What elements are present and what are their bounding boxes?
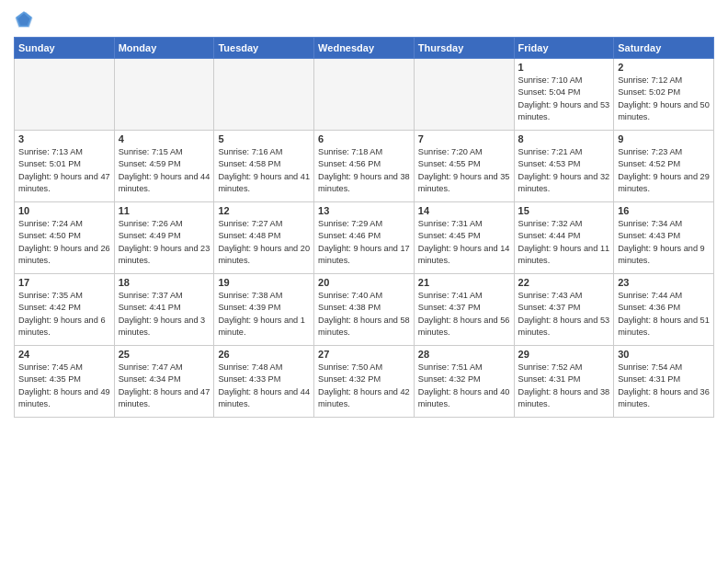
day-info-line: Sunset: 4:45 PM — [418, 231, 481, 240]
day-number: 23 — [618, 277, 710, 288]
day-number: 14 — [418, 205, 510, 216]
day-info-line: Daylight: 8 hours and 58 minutes. — [318, 316, 410, 337]
day-info: Sunrise: 7:10 AMSunset: 5:04 PMDaylight:… — [518, 75, 610, 123]
calendar-cell: 3Sunrise: 7:13 AMSunset: 5:01 PMDaylight… — [15, 131, 115, 202]
day-info-line: Sunrise: 7:51 AM — [418, 362, 483, 372]
day-info-line: Sunset: 4:49 PM — [119, 231, 181, 240]
day-info-line: Daylight: 9 hours and 35 minutes. — [418, 172, 510, 193]
day-info-line: Sunrise: 7:13 AM — [18, 147, 83, 156]
day-info: Sunrise: 7:13 AMSunset: 5:01 PMDaylight:… — [18, 146, 110, 195]
calendar-week-2: 3Sunrise: 7:13 AMSunset: 5:01 PMDaylight… — [15, 131, 714, 202]
calendar-cell: 30Sunrise: 7:54 AMSunset: 4:31 PMDayligh… — [614, 346, 714, 418]
day-number: 9 — [618, 133, 710, 144]
day-info-line: Daylight: 8 hours and 38 minutes. — [518, 387, 610, 408]
day-info-line: Daylight: 9 hours and 26 minutes. — [18, 244, 110, 265]
calendar-cell: 4Sunrise: 7:15 AMSunset: 4:59 PMDaylight… — [114, 131, 214, 202]
day-info-line: Daylight: 8 hours and 36 minutes. — [618, 387, 710, 408]
day-info-line: Sunrise: 7:18 AM — [318, 147, 382, 156]
day-number: 21 — [418, 277, 510, 288]
day-info-line: Sunset: 4:34 PM — [119, 374, 181, 384]
day-info-line: Sunrise: 7:38 AM — [218, 291, 282, 300]
day-info: Sunrise: 7:50 AMSunset: 4:32 PMDaylight:… — [318, 362, 410, 410]
day-info-line: Sunrise: 7:23 AM — [618, 147, 682, 156]
day-number: 17 — [18, 277, 110, 288]
day-info-line: Daylight: 8 hours and 42 minutes. — [318, 387, 410, 408]
day-info-line: Sunset: 4:41 PM — [119, 303, 181, 312]
day-info: Sunrise: 7:12 AMSunset: 5:02 PMDaylight:… — [618, 75, 710, 123]
day-number: 20 — [318, 277, 410, 288]
calendar-cell: 9Sunrise: 7:23 AMSunset: 4:52 PMDaylight… — [614, 131, 714, 202]
calendar-cell: 2Sunrise: 7:12 AMSunset: 5:02 PMDaylight… — [614, 59, 714, 131]
day-info-line: Sunset: 4:59 PM — [119, 159, 181, 168]
calendar-cell: 8Sunrise: 7:21 AMSunset: 4:53 PMDaylight… — [514, 131, 614, 202]
day-info-line: Sunrise: 7:20 AM — [418, 147, 483, 156]
day-number: 3 — [18, 133, 110, 144]
day-info-line: Sunrise: 7:45 AM — [18, 362, 83, 372]
day-number: 2 — [618, 62, 710, 73]
day-info-line: Sunrise: 7:54 AM — [618, 362, 682, 372]
day-info: Sunrise: 7:45 AMSunset: 4:35 PMDaylight:… — [18, 362, 110, 410]
day-number: 7 — [418, 133, 510, 144]
day-info: Sunrise: 7:21 AMSunset: 4:53 PMDaylight:… — [518, 146, 610, 195]
day-info-line: Daylight: 9 hours and 38 minutes. — [318, 172, 410, 193]
day-number: 15 — [518, 205, 610, 216]
day-info: Sunrise: 7:26 AMSunset: 4:49 PMDaylight:… — [119, 218, 210, 267]
day-info: Sunrise: 7:35 AMSunset: 4:42 PMDaylight:… — [18, 290, 110, 339]
day-info-line: Sunset: 5:02 PM — [618, 87, 680, 97]
day-info-line: Sunset: 4:43 PM — [618, 231, 680, 240]
day-info-line: Sunset: 4:39 PM — [218, 303, 280, 312]
calendar-cell — [414, 59, 514, 131]
day-info: Sunrise: 7:37 AMSunset: 4:41 PMDaylight:… — [119, 290, 210, 339]
day-number: 6 — [318, 133, 410, 144]
day-info-line: Sunrise: 7:44 AM — [618, 291, 682, 300]
calendar-cell — [314, 59, 415, 131]
day-info: Sunrise: 7:18 AMSunset: 4:56 PMDaylight:… — [318, 146, 410, 195]
calendar-cell: 23Sunrise: 7:44 AMSunset: 4:36 PMDayligh… — [614, 274, 714, 346]
day-info: Sunrise: 7:15 AMSunset: 4:59 PMDaylight:… — [119, 146, 210, 195]
day-info-line: Sunrise: 7:29 AM — [318, 219, 382, 228]
day-info-line: Daylight: 9 hours and 3 minutes. — [119, 316, 206, 337]
day-info-line: Daylight: 9 hours and 47 minutes. — [18, 172, 110, 193]
day-info-line: Daylight: 8 hours and 56 minutes. — [418, 316, 510, 337]
day-info-line: Sunset: 5:04 PM — [518, 87, 581, 97]
day-info-line: Daylight: 9 hours and 23 minutes. — [119, 244, 210, 265]
calendar-cell: 29Sunrise: 7:52 AMSunset: 4:31 PMDayligh… — [514, 346, 614, 418]
day-info-line: Sunset: 5:01 PM — [18, 159, 81, 168]
day-info: Sunrise: 7:16 AMSunset: 4:58 PMDaylight:… — [218, 146, 310, 195]
day-info-line: Daylight: 9 hours and 11 minutes. — [518, 244, 610, 265]
weekday-header-wednesday: Wednesday — [314, 38, 415, 59]
day-info-line: Sunrise: 7:32 AM — [518, 219, 583, 228]
day-info-line: Daylight: 8 hours and 47 minutes. — [119, 387, 210, 408]
day-info-line: Sunset: 4:36 PM — [618, 303, 680, 312]
day-info-line: Sunrise: 7:26 AM — [119, 219, 183, 228]
day-info-line: Daylight: 9 hours and 44 minutes. — [119, 172, 210, 193]
calendar-cell: 24Sunrise: 7:45 AMSunset: 4:35 PMDayligh… — [15, 346, 115, 418]
day-info: Sunrise: 7:51 AMSunset: 4:32 PMDaylight:… — [418, 362, 510, 410]
calendar-cell: 14Sunrise: 7:31 AMSunset: 4:45 PMDayligh… — [414, 202, 514, 274]
weekday-header-saturday: Saturday — [614, 38, 714, 59]
day-number: 4 — [119, 133, 210, 144]
day-info-line: Sunset: 4:32 PM — [418, 374, 481, 384]
logo-icon — [14, 9, 34, 29]
day-number: 8 — [518, 133, 610, 144]
day-info-line: Sunset: 4:48 PM — [218, 231, 280, 240]
day-info-line: Daylight: 9 hours and 29 minutes. — [618, 172, 710, 193]
calendar-cell: 27Sunrise: 7:50 AMSunset: 4:32 PMDayligh… — [314, 346, 415, 418]
day-number: 30 — [618, 349, 710, 360]
day-info-line: Sunrise: 7:34 AM — [618, 219, 682, 228]
day-info-line: Sunrise: 7:31 AM — [418, 219, 483, 228]
calendar-cell — [114, 59, 214, 131]
day-number: 16 — [618, 205, 710, 216]
calendar-cell: 26Sunrise: 7:48 AMSunset: 4:33 PMDayligh… — [214, 346, 314, 418]
calendar-week-5: 24Sunrise: 7:45 AMSunset: 4:35 PMDayligh… — [15, 346, 714, 418]
calendar-cell: 18Sunrise: 7:37 AMSunset: 4:41 PMDayligh… — [114, 274, 214, 346]
day-info-line: Sunset: 4:52 PM — [618, 159, 680, 168]
weekday-header-tuesday: Tuesday — [214, 38, 314, 59]
day-info-line: Sunrise: 7:47 AM — [119, 362, 183, 372]
day-info-line: Daylight: 9 hours and 50 minutes. — [618, 100, 710, 121]
day-info-line: Sunrise: 7:15 AM — [119, 147, 183, 156]
day-info-line: Daylight: 8 hours and 49 minutes. — [18, 387, 110, 408]
day-info-line: Daylight: 8 hours and 40 minutes. — [418, 387, 510, 408]
day-number: 29 — [518, 349, 610, 360]
day-info-line: Sunset: 4:44 PM — [518, 231, 581, 240]
